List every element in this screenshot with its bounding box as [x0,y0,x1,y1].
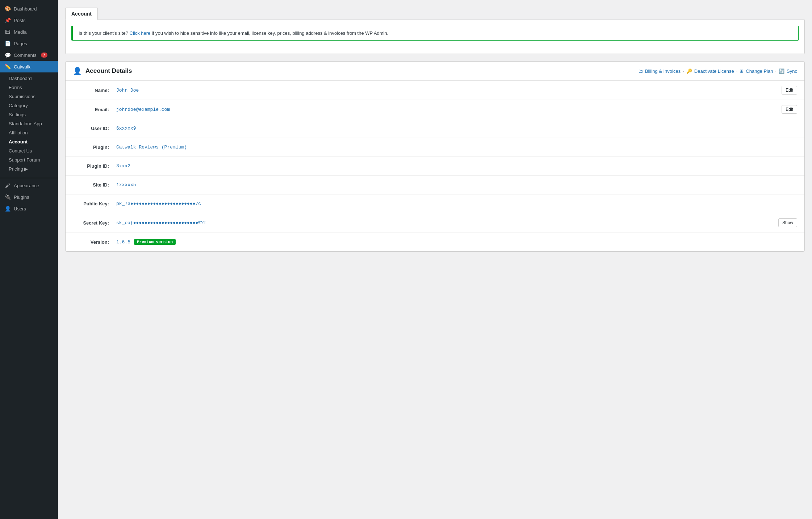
sidebar-divider [0,178,58,178]
sidebar-item-dashboard[interactable]: 🎨 Dashboard [0,3,58,14]
users-icon: 👤 [4,206,11,212]
main-content: Account Is this your client's site? Clic… [58,0,812,519]
value-public-key: pk_73●●●●●●●●●●●●●●●●●●●●●●●7c [116,201,797,206]
value-userid: 6xxxxx9 [116,126,797,131]
sidebar-item-label: Plugins [14,194,29,200]
value-version: 1.6.5 Premium version [116,239,797,245]
key-icon: 🔑 [686,68,692,74]
tab-bar: Account [65,7,805,20]
value-plugin-id: 3xxx2 [116,163,797,169]
premium-badge: Premium version [134,239,176,245]
label-name: Name: [73,88,116,93]
label-version: Version: [73,239,116,245]
sidebar-item-plugins[interactable]: 🔌 Plugins [0,191,58,203]
detail-row-email: Email: johndoe@example.com Edit [66,100,804,119]
detail-row-plugin-id: Plugin ID: 3xxx2 [66,157,804,176]
detail-row-site-id: Site ID: 1xxxxx5 [66,176,804,194]
label-plugin-id: Plugin ID: [73,163,116,169]
value-plugin: Catwalk Reviews (Premium) [116,145,797,150]
sidebar-item-label: Comments [14,53,37,58]
sync-link[interactable]: Sync [787,68,797,74]
comments-icon: 💬 [4,52,11,58]
value-email: johndoe@example.com [116,107,782,112]
sync-icon: 🔄 [779,68,784,74]
card-header: 👤 Account Details 🗂 Billing & Invoices ·… [66,62,804,81]
sidebar-item-sub-forms[interactable]: Forms [0,83,58,92]
notice-click-here-link[interactable]: Click here [130,30,151,36]
sidebar-item-media[interactable]: 🎞 Media [0,26,58,38]
sidebar-item-sub-category[interactable]: Category [0,101,58,110]
value-site-id: 1xxxxx5 [116,182,797,188]
sidebar-item-label: Posts [14,18,26,23]
detail-row-public-key: Public Key: pk_73●●●●●●●●●●●●●●●●●●●●●●●… [66,194,804,213]
notice-text-before: Is this your client's site? [79,30,128,36]
detail-row-userid: User ID: 6xxxxx9 [66,119,804,138]
label-email: Email: [73,107,116,112]
sidebar-submenu: Dashboard Forms Submissions Category Set… [0,72,58,176]
plugins-icon: 🔌 [4,194,11,200]
person-icon: 👤 [73,67,82,75]
sidebar-item-sub-contact-us[interactable]: Contact Us [0,146,58,155]
sidebar-item-label: Catwalk [14,64,30,70]
show-secret-key-button[interactable]: Show [778,218,797,227]
sidebar-item-comments[interactable]: 💬 Comments 7 [0,49,58,61]
deactivate-license-link[interactable]: Deactivate License [694,68,734,74]
value-secret-key: sk_oa{●●●●●●●●●●●●●●●●●●●●●●●%?t [116,220,778,226]
sidebar-item-label: Pages [14,41,27,46]
label-secret-key: Secret Key: [73,220,116,226]
notice-box: Is this your client's site? Click here i… [71,26,799,41]
catwalk-icon: ✏️ [4,64,11,70]
sidebar: 🎨 Dashboard 📌 Posts 🎞 Media 📄 Pages 💬 Co… [0,0,58,519]
notice-text-after: if you wish to hide sensitive info like … [152,30,388,36]
label-public-key: Public Key: [73,201,116,206]
separator-2: · [736,68,738,74]
media-icon: 🎞 [4,29,11,35]
sidebar-item-sub-submissions[interactable]: Submissions [0,92,58,101]
sidebar-item-label: Media [14,29,26,35]
sidebar-item-sub-support-forum[interactable]: Support Forum [0,155,58,164]
sidebar-item-appearance[interactable]: 🖌 Appearance [0,180,58,191]
account-details-card: 👤 Account Details 🗂 Billing & Invoices ·… [65,61,805,252]
sidebar-item-sub-dashboard[interactable]: Dashboard [0,74,58,83]
sidebar-item-label: Users [14,206,26,212]
version-number: 1.6.5 [116,239,130,245]
sidebar-item-sub-account[interactable]: Account [0,137,58,146]
dashboard-icon: 🎨 [4,6,11,12]
sidebar-item-label: Appearance [14,183,39,188]
sidebar-item-sub-standalone-app[interactable]: Standalone App [0,119,58,128]
detail-row-plugin: Plugin: Catwalk Reviews (Premium) [66,138,804,157]
posts-icon: 📌 [4,17,11,23]
edit-name-button[interactable]: Edit [782,86,797,95]
comments-badge: 7 [41,53,47,58]
pages-icon: 📄 [4,41,11,46]
separator-3: · [775,68,777,74]
card-title-label: Account Details [85,67,132,75]
grid-icon: ⊞ [740,68,744,74]
card-header-actions: 🗂 Billing & Invoices · 🔑 Deactivate Lice… [638,68,797,74]
action-email: Edit [782,105,797,114]
billing-invoices-link[interactable]: Billing & Invoices [645,68,681,74]
sidebar-item-sub-pricing[interactable]: Pricing ▶ [0,164,58,173]
card-title: 👤 Account Details [73,67,132,75]
sidebar-item-pages[interactable]: 📄 Pages [0,38,58,49]
action-name: Edit [782,86,797,95]
detail-row-secret-key: Secret Key: sk_oa{●●●●●●●●●●●●●●●●●●●●●●… [66,213,804,233]
tab-account[interactable]: Account [65,8,98,20]
sidebar-item-users[interactable]: 👤 Users [0,203,58,214]
appearance-icon: 🖌 [4,183,11,188]
sidebar-item-label: Dashboard [14,6,37,12]
sidebar-top-menu: 🎨 Dashboard 📌 Posts 🎞 Media 📄 Pages 💬 Co… [0,0,58,214]
sidebar-item-sub-settings[interactable]: Settings [0,110,58,119]
detail-row-name: Name: John Doe Edit [66,81,804,100]
label-site-id: Site ID: [73,182,116,188]
separator-1: · [683,68,684,74]
change-plan-link[interactable]: Change Plan [746,68,773,74]
label-plugin: Plugin: [73,145,116,150]
action-secret-key: Show [778,218,797,227]
sidebar-item-posts[interactable]: 📌 Posts [0,14,58,26]
edit-email-button[interactable]: Edit [782,105,797,114]
sidebar-item-sub-affiliation[interactable]: Affiliation [0,128,58,137]
detail-row-version: Version: 1.6.5 Premium version [66,233,804,251]
billing-icon: 🗂 [638,68,643,74]
sidebar-item-catwalk[interactable]: ✏️ Catwalk [0,61,58,72]
